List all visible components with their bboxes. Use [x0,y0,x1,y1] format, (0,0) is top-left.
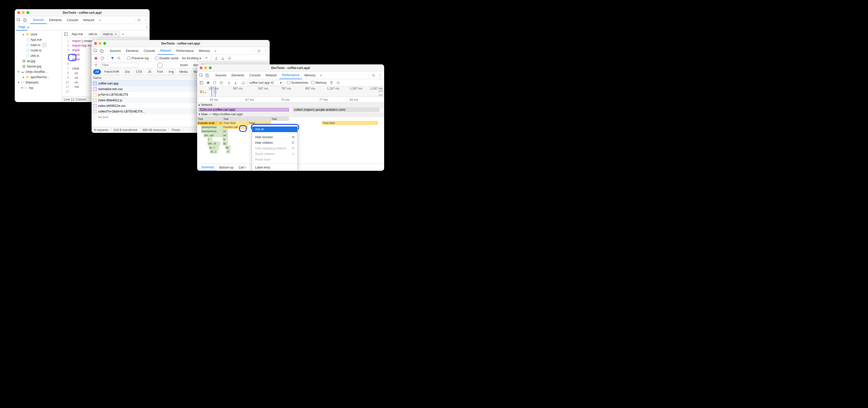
titlebar[interactable]: DevTools - coffee-cart.app/ [197,64,384,71]
download-icon[interactable] [233,80,238,86]
overview-timeline[interactable]: 197 ms 397 ms 597 ms 797 ms 997 ms 1,197… [197,86,384,97]
minimize-dot[interactable] [22,11,25,14]
detail-timeline[interactable]: 62 ms 67 ms 72 ms 77 ms 82 ms [197,97,384,103]
tree-file[interactable]: 📄router.ts [15,48,62,53]
flame-entry[interactable]: Task [223,117,248,121]
editor-tab[interactable]: App.vue [69,31,86,37]
tree-domain[interactable]: ▾☁cdnjs.cloudflar... [15,69,62,74]
filter-font[interactable]: Font [155,69,165,74]
flame-entry[interactable]: (a...) [210,149,218,153]
settings-icon[interactable] [370,72,376,78]
tree-file[interactable]: 📄App.vue [15,37,62,42]
tab-sources[interactable]: Sources [213,71,229,79]
tree-image[interactable]: 🖼ad.jpg [15,58,62,64]
tree-image[interactable]: 🖼banner.jpg [15,64,62,69]
network-track-header[interactable]: ▸Network [197,103,384,108]
minimize-dot[interactable] [99,42,101,45]
tree-file-main[interactable]: 📄main.ts [15,42,62,48]
inspect-icon[interactable] [198,72,204,78]
filter-fetchxhr[interactable]: Fetch/XHR [102,69,122,74]
device-icon[interactable] [22,17,28,23]
kebab-icon[interactable]: ⋮ [145,25,148,29]
device-icon[interactable] [204,72,210,78]
flame-entry[interactable]: tz [223,137,228,141]
filter-img[interactable]: Img [166,69,176,74]
record-icon[interactable] [205,80,211,86]
tab-network[interactable]: Network [157,47,174,55]
tab-console[interactable]: Console [64,16,81,24]
flame-entry[interactable]: Timer fired [223,121,248,125]
zoom-dot[interactable] [103,42,106,45]
flame-entry[interactable]: Task [271,117,289,121]
invert-checkbox[interactable]: Invert [140,63,189,67]
flame-entry[interactable]: c [207,137,212,141]
zoom-dot[interactable] [209,66,212,69]
settings-icon[interactable] [256,48,262,54]
file-tree[interactable]: ▸📁store 📄App.vue 📄main.ts 📄router.ts 📄ut… [15,31,62,102]
bottom-tab-summary[interactable]: Summary [199,164,217,171]
flame-entry[interactable]: e [226,149,230,153]
flame-entry[interactable]: (anonymous) [201,125,223,129]
viewport-selection[interactable] [211,86,216,97]
flame-entry[interactable]: Task [197,117,223,121]
inspect-icon[interactable] [93,48,99,54]
close-dot[interactable] [17,11,20,14]
filter-media[interactable]: Media [177,69,190,74]
throttling-dropdown[interactable]: No throttling▾ [181,57,203,60]
memory-checkbox[interactable]: Memory [310,81,328,85]
settings-icon[interactable] [136,17,142,23]
network-request-bar[interactable]: collect (region1.google-analytics.com) [293,108,379,112]
tab-elements[interactable]: Elements [46,16,64,24]
close-tab-icon[interactable]: ✕ [115,32,117,36]
tab-network[interactable]: Network [263,71,279,79]
settings-icon[interactable] [335,80,341,86]
tab-console[interactable]: Console [141,47,157,55]
filter-css[interactable]: CSS [133,69,145,74]
close-dot[interactable] [200,66,203,69]
preserve-log-checkbox[interactable]: Preserve log [126,57,150,60]
wifi-icon[interactable] [204,56,209,61]
tab-memory[interactable]: Memory [196,47,212,55]
upload-icon[interactable] [226,80,232,86]
zoom-dot[interactable] [27,11,29,14]
titlebar[interactable]: DevTools - coffee-cart.app/ [15,9,150,16]
tab-performance[interactable]: Performance [174,47,196,55]
flame-entry[interactable]: Evaluate script▸ [197,121,223,125]
tab-sources[interactable]: Sources [30,16,46,24]
minimize-dot[interactable] [204,66,207,69]
close-dot[interactable] [94,42,97,45]
titlebar[interactable]: DevTools - coffee-cart.app/ [92,40,270,47]
filter-js[interactable]: JS [146,69,154,74]
more-tabs-icon[interactable]: » [318,72,324,78]
more-editor-tabs-icon[interactable]: » [120,31,126,37]
flame-entry[interactable]: (an...s) [207,141,220,145]
flame-entry[interactable]: gy [223,141,228,145]
tree-deployed[interactable]: ▾⬡Deployed [15,80,62,85]
filter-doc[interactable]: Doc [123,69,132,74]
flame-entry[interactable]: wz [223,133,228,137]
filter-icon[interactable] [110,56,115,61]
kebab-icon[interactable]: ⋮ [262,48,269,54]
clear-icon[interactable] [100,56,105,61]
flame-entry[interactable]: Timer fired [322,121,378,125]
tab-console[interactable]: Console [247,71,263,79]
tab-elements[interactable]: Elements [229,71,247,79]
reload-record-icon[interactable] [212,80,218,86]
disable-cache-checkbox[interactable]: Disable cache [154,57,179,60]
ai-badge-icon[interactable] [42,43,46,47]
main-track-header[interactable]: ▾Main — https://coffee-cart.app/ [197,112,384,117]
kebab-icon[interactable]: ⋮ [377,72,383,78]
network-request-bar[interactable]: 522e.css (coffee-cart.app) [199,108,289,112]
trash-icon[interactable] [329,80,334,86]
filter-toggle-icon[interactable] [93,62,99,68]
tree-file[interactable]: 📄utils.ts [15,53,62,58]
context-menu-item[interactable]: Hide functionH [252,135,298,140]
search-icon[interactable] [116,56,122,61]
tab-sources[interactable]: Sources [107,47,123,55]
tree-folder[interactable]: ▸📁ajax/libs/nor... [15,74,62,80]
more-tabs-icon[interactable]: » [97,17,103,23]
tree-frame[interactable]: ▾▭top [15,85,62,90]
flame-entry[interactable] [248,117,271,121]
network-track-row[interactable]: 522e.css (coffee-cart.app) collect (regi… [197,108,384,112]
tab-memory[interactable]: Memory [302,71,318,79]
